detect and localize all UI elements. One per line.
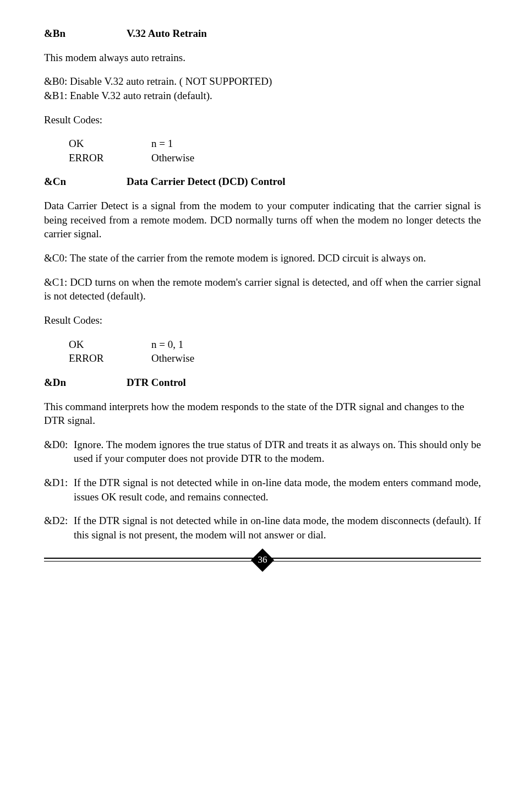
option-tag: &D1: [44,476,74,504]
option-line: &B0: Disable V.32 auto retrain. ( NOT SU… [44,74,481,89]
result-value: n = 1 [151,137,173,151]
section-header: &Dn DTR Control [44,375,481,390]
page-number: 36 [258,554,267,566]
result-codes-table: OK n = 0, 1 ERROR Otherwise [44,337,481,366]
result-value: n = 0, 1 [151,337,183,352]
result-codes-table: OK n = 1 ERROR Otherwise [44,137,481,165]
result-label: OK [69,337,151,352]
command-title: V.32 Auto Retrain [127,26,207,41]
result-row: OK n = 1 [44,137,481,151]
result-value: Otherwise [151,351,194,366]
section-header: &Cn Data Carrier Detect (DCD) Control [44,175,481,189]
result-label: ERROR [69,151,151,165]
paragraph: &C0: The state of the carrier from the r… [44,251,481,265]
result-codes-label: Result Codes: [44,313,481,328]
result-codes-label: Result Codes: [44,113,481,127]
option-line: &B1: Enable V.32 auto retrain (default). [44,89,481,103]
option-item: &D0: Ignore. The modem ignores the true … [44,438,481,466]
result-row: ERROR Otherwise [44,151,481,165]
result-label: ERROR [69,351,151,366]
section-header: &Bn V.32 Auto Retrain [44,26,481,41]
option-body: Ignore. The modem ignores the true statu… [74,438,481,466]
option-item: &D1: If the DTR signal is not detected w… [44,476,481,504]
command-title: DTR Control [127,375,186,390]
option-item: &D2: If the DTR signal is not detected w… [44,514,481,542]
command-code: &Bn [44,26,127,41]
paragraph: This modem always auto retrains. [44,51,481,65]
result-row: ERROR Otherwise [44,351,481,366]
option-tag: &D2: [44,514,74,542]
result-row: OK n = 0, 1 [44,337,481,352]
result-value: Otherwise [151,151,194,165]
command-code: &Cn [44,175,127,189]
footer-rule: 36 [44,554,481,568]
command-code: &Dn [44,375,127,390]
option-tag: &D0: [44,438,74,466]
option-block: &B0: Disable V.32 auto retrain. ( NOT SU… [44,74,481,102]
result-label: OK [69,137,151,151]
command-title: Data Carrier Detect (DCD) Control [127,175,285,189]
paragraph: &C1: DCD turns on when the remote modem'… [44,275,481,303]
option-body: If the DTR signal is not detected while … [74,514,481,542]
paragraph: This command interprets how the modem re… [44,400,481,428]
option-body: If the DTR signal is not detected while … [74,476,481,504]
paragraph: Data Carrier Detect is a signal from the… [44,199,481,241]
page-footer: 36 [44,554,481,568]
